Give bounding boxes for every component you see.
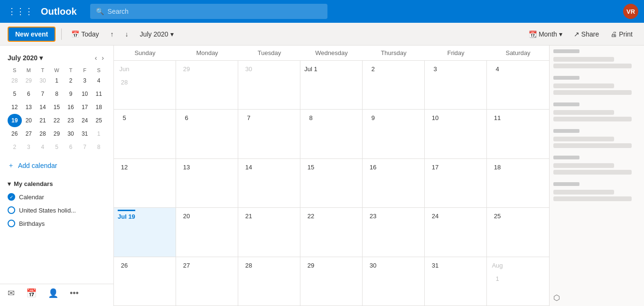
calendar-cell[interactable]: 15 [300,159,363,207]
mini-cal-day[interactable]: 1 [50,74,64,87]
calendar-checkbox-calendar[interactable] [8,193,15,201]
calendar-cell[interactable]: 12 [114,159,176,207]
calendar-day-number[interactable]: 7 [242,111,255,125]
calendar-day-number[interactable]: 24 [429,210,442,223]
calendar-cell[interactable]: 11 [487,110,549,158]
calendar-cell[interactable]: 29 [176,61,238,109]
search-bar[interactable]: 🔍 [90,4,327,19]
mini-cal-day[interactable]: 7 [78,140,92,154]
mini-cal-day[interactable]: 12 [8,101,22,114]
calendar-day-number[interactable]: Jul 1 [304,63,317,76]
mini-cal-day[interactable]: 29 [22,74,36,87]
mini-cal-day[interactable]: 2 [64,74,78,87]
mini-cal-day[interactable]: 4 [36,140,50,154]
my-calendars-header[interactable]: ▾ My calendars [0,177,113,190]
mini-cal-day[interactable]: 31 [78,127,92,140]
calendar-day-number[interactable]: 28 [242,259,255,272]
share-button[interactable]: ↗ Share [570,28,603,40]
calendar-cell[interactable]: 3 [425,61,487,109]
calendar-cell[interactable]: 6 [176,110,238,158]
mini-cal-prev-button[interactable]: ‹ [93,53,99,63]
mini-cal-day[interactable]: 17 [78,101,92,114]
mini-cal-day[interactable]: 25 [92,114,106,127]
calendar-day-number[interactable]: 29 [304,259,317,272]
calendar-day-number[interactable]: 4 [491,63,504,76]
calendar-cell[interactable]: 9 [363,110,425,158]
mini-cal-day[interactable]: 30 [64,127,78,140]
next-month-button[interactable]: ↓ [121,28,132,40]
calendar-day-number[interactable]: 11 [491,111,504,125]
calendar-day-number[interactable]: 14 [242,161,255,174]
calendar-cell[interactable]: 17 [425,159,487,207]
calendar-day-number[interactable]: 8 [304,111,317,125]
grid-icon[interactable]: ⋮⋮⋮ [6,4,35,19]
calendar-day-number[interactable]: 31 [429,259,442,272]
mini-cal-day[interactable]: 11 [92,87,106,101]
print-button[interactable]: 🖨 Print [607,28,636,40]
today-button[interactable]: 📅 Today [67,28,103,40]
mini-cal-day[interactable]: 3 [78,74,92,87]
calendar-cell[interactable]: 4 [487,61,549,109]
calendar-cell[interactable]: 16 [363,159,425,207]
calendar-day-number[interactable]: 22 [304,210,317,223]
calendar-cell[interactable]: Jul 19 [114,208,176,256]
calendar-day-number[interactable]: 9 [366,111,380,125]
calendar-day-number[interactable]: 10 [429,111,442,125]
more-icon[interactable]: ••• [70,288,79,298]
mini-cal-day[interactable]: 15 [50,101,64,114]
calendar-cell[interactable]: Jul 1 [300,61,363,109]
view-selector-button[interactable]: 📆 Month ▾ [525,28,566,40]
calendar-checkbox-us-holidays[interactable] [8,206,15,214]
mini-cal-day[interactable]: 30 [36,74,50,87]
mini-cal-day[interactable]: 28 [36,127,50,140]
mini-cal-day[interactable]: 8 [92,140,106,154]
calendar-day-number[interactable]: 5 [118,111,131,125]
mini-cal-day[interactable]: 6 [22,87,36,101]
calendar-day-number[interactable]: 29 [180,63,193,76]
calendar-cell[interactable]: 8 [300,110,363,158]
calendar-day-number[interactable]: 6 [180,111,193,125]
calendar-item-birthdays[interactable]: Birthdays [0,217,113,230]
calendar-day-number[interactable]: 2 [366,63,380,76]
mini-cal-day[interactable]: 3 [22,140,36,154]
mini-cal-day[interactable]: 26 [8,127,22,140]
calendar-cell[interactable]: 13 [176,159,238,207]
calendar-cell[interactable]: 23 [363,208,425,256]
calendar-cell[interactable]: Jun 28 [114,61,176,109]
mini-cal-day[interactable]: 16 [64,101,78,114]
calendar-day-number[interactable]: 18 [491,161,504,174]
calendar-cell[interactable]: 21 [238,208,300,256]
mail-icon[interactable]: ✉ [8,288,15,298]
mini-cal-day[interactable]: 13 [22,101,36,114]
mini-cal-day[interactable]: 29 [50,127,64,140]
calendar-cell[interactable]: 5 [114,110,176,158]
month-dropdown-button[interactable]: July 2020 ▾ [136,28,177,40]
calendar-day-number[interactable]: 30 [242,63,255,76]
avatar[interactable]: VR [623,4,638,19]
mini-cal-day[interactable]: 4 [92,74,106,87]
calendar-day-number[interactable]: Aug 1 [491,259,504,272]
mini-cal-day[interactable]: 7 [36,87,50,101]
mini-cal-day[interactable]: 6 [64,140,78,154]
calendar-checkbox-birthdays[interactable] [8,220,15,227]
calendar-day-number[interactable]: 17 [429,161,442,174]
expand-panel-icon[interactable]: ⬡ [553,293,560,302]
calendar-day-number[interactable]: 21 [242,210,255,223]
calendar-cell[interactable]: Aug 1 [487,257,549,306]
calendar-cell[interactable]: 2 [363,61,425,109]
calendar-day-number[interactable]: 13 [180,161,193,174]
mini-cal-day[interactable]: 23 [64,114,78,127]
calendar-cell[interactable]: 20 [176,208,238,256]
search-input[interactable] [108,8,322,15]
calendar-day-number[interactable]: 12 [118,161,131,174]
calendar-cell[interactable]: 14 [238,159,300,207]
calendar-cell[interactable]: 26 [114,257,176,306]
calendar-day-number[interactable]: 30 [366,259,380,272]
mini-cal-day[interactable]: 1 [92,127,106,140]
calendar-item-us-holidays[interactable]: United States holid... [0,204,113,217]
calendar-day-number[interactable]: 23 [366,210,380,223]
people-icon[interactable]: 👤 [48,288,58,298]
mini-cal-day[interactable]: 22 [50,114,64,127]
mini-cal-day[interactable]: 5 [8,87,22,101]
mini-cal-day[interactable]: 21 [36,114,50,127]
